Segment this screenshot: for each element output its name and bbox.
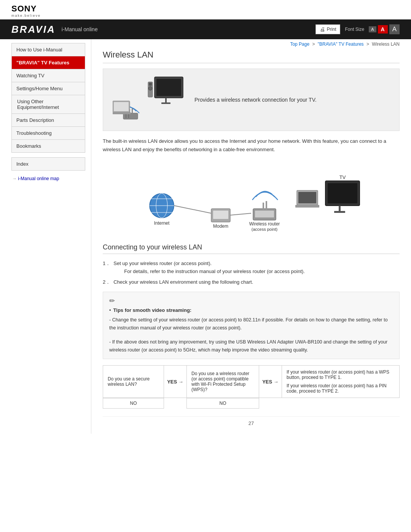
svg-point-6 bbox=[148, 86, 152, 90]
note-text-2: - If the above does not bring any improv… bbox=[109, 338, 393, 355]
svg-rect-33 bbox=[298, 192, 316, 203]
page-number: 27 bbox=[103, 416, 400, 426]
svg-rect-38 bbox=[334, 211, 345, 213]
svg-text:Wireless router: Wireless router bbox=[249, 221, 280, 227]
sony-tagline: make.believe bbox=[11, 14, 41, 18]
font-small-button[interactable]: A bbox=[369, 26, 376, 32]
svg-rect-36 bbox=[328, 183, 357, 203]
step-2: 2． Check your wireless LAN environment u… bbox=[103, 278, 400, 286]
print-icon: 🖨 bbox=[320, 26, 325, 32]
svg-rect-34 bbox=[295, 205, 319, 208]
dc-col1-question: Do you use a secure wireless LAN? bbox=[103, 366, 164, 398]
sidebar-item-index[interactable]: Index bbox=[12, 158, 85, 170]
body-text: The built-in wireless LAN device allows … bbox=[103, 137, 400, 154]
page-title: Wireless LAN bbox=[103, 50, 400, 63]
svg-text:Modem: Modem bbox=[213, 224, 228, 229]
font-large-button[interactable]: A bbox=[389, 24, 400, 34]
svg-rect-13 bbox=[114, 102, 129, 111]
font-size-controls: A A A bbox=[369, 24, 400, 34]
breadcrumb-top-page[interactable]: Top Page bbox=[290, 42, 309, 47]
breadcrumb-current: Wireless LAN bbox=[372, 42, 400, 47]
note-tips-title: Tips for smooth video streaming: bbox=[113, 307, 192, 313]
arrow-icon: → bbox=[12, 176, 18, 181]
content-area: Top Page > "BRAVIA" TV Features > Wirele… bbox=[91, 39, 411, 434]
dc-col1-yes: YES → bbox=[164, 366, 187, 398]
bravia-right: 🖨 Print Font Size A A A bbox=[315, 24, 400, 34]
sidebar-item-troubleshooting[interactable]: Troubleshooting bbox=[12, 127, 85, 140]
step-1-sub: For details, refer to the instruction ma… bbox=[124, 268, 305, 276]
sidebar-nav: How to Use i-Manual "BRAVIA" TV Features… bbox=[11, 43, 85, 153]
svg-text:(access point): (access point) bbox=[252, 227, 277, 232]
dc-col3-result: If your wireless router (or access point… bbox=[282, 366, 400, 398]
step-1: 1． Set up your wireless router (or acces… bbox=[103, 259, 400, 276]
steps-list: 1． Set up your wireless router (or acces… bbox=[103, 259, 400, 286]
network-diagram: Internet Modem Wireless router bbox=[103, 160, 400, 237]
bravia-bar: BRAVIA i-Manual online 🖨 Print Font Size… bbox=[0, 19, 411, 39]
dc-result1: If your wireless router (or access point… bbox=[287, 369, 395, 380]
decision-chart: Do you use a secure wireless LAN? YES → … bbox=[103, 365, 400, 409]
breadcrumb-section[interactable]: "BRAVIA" TV Features bbox=[318, 42, 364, 47]
dc-result2: If your wireless router (or access point… bbox=[287, 383, 395, 394]
svg-rect-37 bbox=[339, 206, 341, 211]
svg-rect-14 bbox=[113, 112, 131, 114]
svg-rect-29 bbox=[266, 201, 267, 209]
print-button[interactable]: 🖨 Print bbox=[315, 24, 341, 34]
sidebar-item-how-to-use[interactable]: How to Use i-Manual bbox=[12, 43, 85, 56]
sidebar-item-using-other-equipment[interactable]: Using Other Equipment/Internet bbox=[12, 95, 85, 114]
sidebar-item-settings-home-menu[interactable]: Settings/Home Menu bbox=[12, 82, 85, 95]
svg-rect-27 bbox=[255, 211, 274, 217]
network-diagram-svg: Internet Modem Wireless router bbox=[141, 160, 362, 236]
breadcrumb-sep2: > bbox=[366, 42, 369, 47]
bravia-logo: BRAVIA bbox=[11, 24, 56, 35]
intro-desc: Provides a wireless network connection f… bbox=[194, 97, 317, 103]
svg-rect-9 bbox=[132, 109, 133, 114]
map-link-label: i-Manual online map bbox=[18, 176, 59, 181]
note-text-1: - Change the setting of your wireless ro… bbox=[109, 316, 393, 332]
sidebar-item-bravia-tv-features[interactable]: "BRAVIA" TV Features bbox=[12, 56, 85, 69]
svg-text:TV: TV bbox=[339, 174, 346, 180]
sub-heading-connecting: Connecting to your wireless LAN bbox=[103, 243, 400, 254]
dc-col2-yes: YES → bbox=[259, 366, 282, 398]
intro-diagram-image bbox=[111, 75, 187, 125]
print-label: Print bbox=[327, 27, 336, 32]
step-1-num: 1． bbox=[103, 259, 110, 276]
bravia-left: BRAVIA i-Manual online bbox=[11, 24, 98, 35]
note-icon: ✏ bbox=[109, 297, 393, 305]
step-2-num: 2． bbox=[103, 278, 110, 286]
top-bar: SONY make.believe bbox=[0, 0, 411, 19]
sidebar-item-parts-description[interactable]: Parts Description bbox=[12, 114, 85, 127]
bravia-subtitle: i-Manual online bbox=[62, 26, 98, 32]
intro-diagram: Provides a wireless network connection f… bbox=[103, 69, 400, 131]
breadcrumb: Top Page > "BRAVIA" TV Features > Wirele… bbox=[103, 39, 400, 50]
dc-no-2: NO bbox=[187, 398, 259, 409]
main-layout: How to Use i-Manual "BRAVIA" TV Features… bbox=[0, 39, 411, 441]
sidebar-item-bookmarks[interactable]: Bookmarks bbox=[12, 140, 85, 152]
svg-rect-28 bbox=[263, 203, 264, 209]
font-medium-button[interactable]: A bbox=[378, 25, 388, 34]
breadcrumb-sep1: > bbox=[312, 42, 315, 47]
note-box: ✏ • Tips for smooth video streaming: - C… bbox=[103, 292, 400, 359]
intro-diagram-svg bbox=[113, 75, 185, 125]
dc-no-1: NO bbox=[103, 398, 164, 409]
dc-col2-question: Do you use a wireless router (or access … bbox=[187, 366, 259, 398]
sidebar-item-watching-tv[interactable]: Watching TV bbox=[12, 69, 85, 82]
sony-logo: SONY bbox=[11, 4, 41, 14]
svg-line-25 bbox=[230, 213, 251, 215]
note-bullet-dot: • bbox=[109, 307, 111, 315]
svg-rect-5 bbox=[149, 83, 152, 86]
sidebar: How to Use i-Manual "BRAVIA" TV Features… bbox=[0, 39, 91, 434]
svg-line-21 bbox=[174, 206, 211, 213]
sidebar-index: Index bbox=[11, 157, 85, 171]
step-2-text: Check your wireless LAN environment usin… bbox=[113, 279, 253, 285]
svg-text:Internet: Internet bbox=[154, 220, 170, 226]
svg-rect-3 bbox=[161, 102, 170, 104]
svg-rect-23 bbox=[213, 211, 228, 219]
sidebar-map-link[interactable]: → i-Manual online map bbox=[11, 174, 85, 183]
note-bullet-title: • Tips for smooth video streaming: bbox=[109, 307, 393, 315]
svg-rect-1 bbox=[156, 79, 181, 96]
sony-logo-area: SONY make.believe bbox=[11, 4, 41, 18]
font-size-label: Font Size bbox=[345, 27, 364, 32]
step-1-text: Set up your wireless router (or access p… bbox=[113, 260, 212, 266]
svg-rect-2 bbox=[165, 98, 167, 102]
